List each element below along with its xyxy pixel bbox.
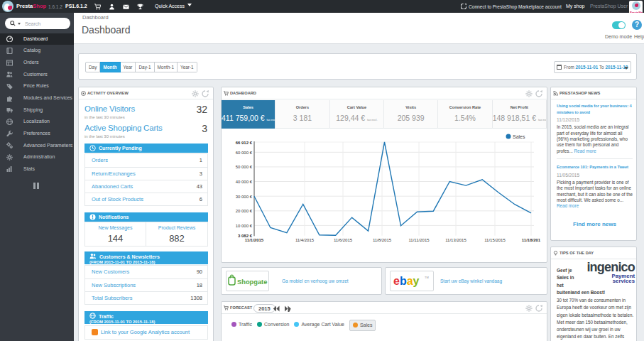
- svg-text:11/15/2015: 11/15/2015: [484, 238, 506, 242]
- svg-text:60 000 €: 60 000 €: [236, 151, 253, 155]
- svg-text:11/18/201: 11/18/201: [522, 238, 541, 242]
- svg-text:Shopgate: Shopgate: [237, 278, 267, 286]
- svg-text:11/6/2015: 11/6/2015: [334, 238, 353, 242]
- svg-text:50 000 €: 50 000 €: [236, 165, 253, 169]
- svg-text:11/1/2015: 11/1/2015: [245, 238, 264, 242]
- svg-text:11/11/2015: 11/11/2015: [408, 238, 430, 242]
- svg-text:30 000 €: 30 000 €: [236, 195, 253, 199]
- svg-text:40 000 €: 40 000 €: [236, 180, 253, 184]
- svg-text:11/8/2015: 11/8/2015: [373, 238, 392, 242]
- svg-text:ebay: ebay: [393, 275, 420, 287]
- svg-text:66 912 €: 66 912 €: [236, 141, 253, 145]
- svg-text:TM: TM: [425, 276, 429, 279]
- svg-text:11/13/2015: 11/13/2015: [445, 238, 466, 242]
- svg-text:Sales: Sales: [513, 134, 525, 139]
- svg-text:11/4/2015: 11/4/2015: [295, 238, 315, 242]
- svg-text:10 000 €: 10 000 €: [236, 224, 253, 228]
- svg-text:20 000 €: 20 000 €: [236, 209, 253, 213]
